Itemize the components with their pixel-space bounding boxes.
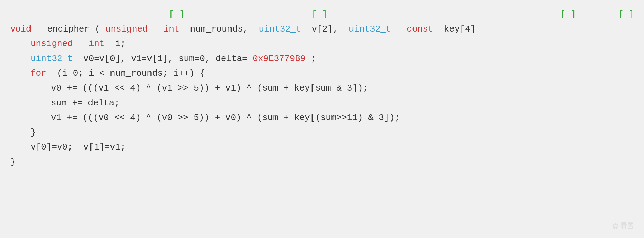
function-signature-line: void encipher ( unsigned int num_rounds,… xyxy=(10,22,634,37)
top-ref-text: [ ] [ ] [ ] [ ] xyxy=(10,9,634,19)
watermark-icon: ✿ xyxy=(612,220,618,231)
code-container: [ ] [ ] [ ] [ ] void encipher ( unsigned… xyxy=(0,0,644,238)
void-keyword: void xyxy=(10,24,31,34)
sum-update-line: sum += delta; xyxy=(10,96,634,111)
unsigned-keyword2: unsigned xyxy=(31,39,73,49)
uint32-type3: uint32_t xyxy=(31,54,73,64)
int-keyword: int xyxy=(164,24,180,34)
hex-value: 0x9E3779B9 xyxy=(253,54,305,64)
watermark: ✿ 看雪 xyxy=(612,220,634,231)
top-reference-line: [ ] [ ] [ ] [ ] xyxy=(10,7,634,22)
unsigned-keyword: unsigned xyxy=(105,24,148,34)
unsigned-int-i-line: unsigned int i; xyxy=(10,37,634,51)
v0-update-line: v0 += (((v1 << 4) ^ (v1 >> 5)) + v1) ^ (… xyxy=(10,81,634,96)
int-keyword2: int xyxy=(89,39,105,49)
assign-result-line: v[0]=v0; v[1]=v1; xyxy=(10,140,634,155)
uint32-type: uint32_t xyxy=(259,24,301,34)
function-name: encipher xyxy=(47,24,89,34)
for-loop-line: for (i=0; i < num_rounds; i++) { xyxy=(10,66,634,81)
watermark-text: 看雪 xyxy=(620,221,634,230)
v1-update-line: v1 += (((v0 << 4) ^ (v0 >> 5)) + v0) ^ (… xyxy=(10,111,634,125)
uint32-type2: uint32_t xyxy=(349,24,391,34)
const-keyword: const xyxy=(407,24,433,34)
for-keyword: for xyxy=(31,68,46,78)
function-close-brace-line: } xyxy=(10,155,634,170)
uint32-vars-line: uint32_t v0=v[0], v1=v[1], sum=0, delta=… xyxy=(10,52,634,66)
for-close-brace-line: } xyxy=(10,126,634,140)
